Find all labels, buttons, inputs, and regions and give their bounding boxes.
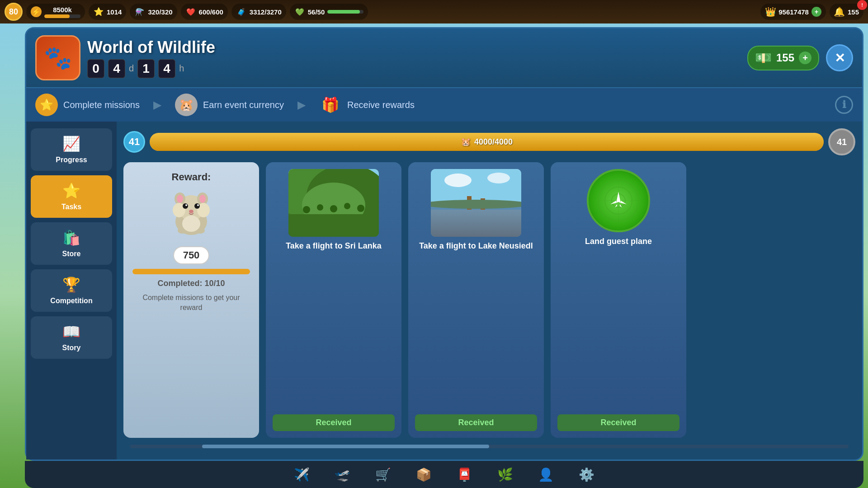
nav-item-nature[interactable]: 🌿 (492, 463, 519, 486)
timer-days-ones: 4 (108, 59, 125, 78)
svg-point-34 (431, 200, 521, 209)
timer-hours-label: h (179, 63, 184, 74)
step-earn-currency: 🐹 Earn event currency (175, 94, 284, 116)
nav-item-profile[interactable]: 👤 (533, 463, 560, 486)
nav-item-settings[interactable]: ⚙️ (573, 463, 600, 486)
resource4-value: 56/50 (308, 8, 325, 16)
coins-display: 👑 95617478 + (760, 4, 826, 20)
lake-illustration (431, 169, 521, 237)
nav-item-cargo[interactable]: 📦 (410, 463, 438, 486)
sidebar-label-competition: Competition (50, 297, 92, 305)
resource1-display: ⚗️ 320/320 (130, 4, 177, 20)
svg-point-4 (177, 195, 183, 203)
header-actions: 💵 155 + ✕ (747, 44, 853, 71)
logo-icon: 🐾 (44, 45, 72, 71)
sri-lanka-illustration (288, 169, 379, 237)
cards-row: Reward: (123, 162, 855, 438)
step2-icon: 🐹 (175, 94, 198, 116)
svg-point-9 (194, 203, 200, 209)
svg-rect-20 (288, 214, 379, 237)
event-title: World of Wildlife (87, 38, 741, 57)
xp-icon: ⚡ (31, 6, 42, 17)
xp-display: ⚡ 8500k (26, 4, 85, 20)
timer-days-label: d (129, 63, 134, 74)
resource3-value: 3312/3270 (250, 8, 282, 16)
currency-amount: 155 (776, 52, 794, 64)
progress-left-value: 41 (129, 136, 140, 148)
sidebar-label-story: Story (62, 344, 81, 352)
sidebar-item-story[interactable]: 📖 Story (31, 316, 112, 359)
sidebar-label-progress: Progress (56, 156, 87, 164)
progress-label-text: 4000/4000 (474, 137, 513, 147)
event-logo: 🐾 (35, 35, 80, 80)
mission-card-sri-lanka: Take a flight to Sri Lanka Received (266, 162, 401, 438)
resource3-icon: 🧳 (236, 6, 247, 17)
close-button[interactable]: ✕ (826, 44, 853, 71)
progress-right-value: 41 (837, 137, 847, 147)
coins-icon: 👑 (765, 6, 776, 17)
mission-status-lake-neusiedl: Received (415, 414, 537, 431)
reward-animal-image (164, 188, 218, 242)
sidebar-item-progress[interactable]: 📈 Progress (31, 128, 112, 171)
mission-card-land-plane: Land guest plane Received (551, 162, 686, 438)
resource2-value: 600/600 (199, 8, 223, 16)
modal-body: 📈 Progress ⭐ Tasks 🛍️ Store 🏆 Competitio… (26, 122, 862, 460)
mission-status-land-plane: Received (557, 414, 679, 431)
resource2-icon: ❤️ (185, 6, 196, 17)
bottom-navigation: ✈️ 🛫 🛒 📦 📮 🌿 👤 ⚙️ (25, 461, 863, 488)
scroll-indicator (130, 445, 849, 448)
progress-bar-label: 🐹 4000/4000 (150, 133, 824, 151)
resource4-display: 💚 56/50 (290, 4, 368, 20)
store-icon: 🛍️ (62, 229, 80, 246)
svg-point-8 (183, 203, 188, 209)
gems-display: 🔔 155 ! (830, 4, 863, 20)
timer-display: 0 4 d 1 4 h (87, 59, 741, 78)
resource1-value: 320/320 (148, 8, 172, 16)
header-title-area: World of Wildlife 0 4 d 1 4 h (87, 38, 741, 78)
nav-item-shop[interactable]: 🛒 (370, 463, 397, 486)
stars-value: 1014 (107, 8, 122, 16)
competition-icon: 🏆 (62, 276, 80, 293)
step2-label: Earn event currency (203, 100, 284, 110)
sidebar-item-tasks[interactable]: ⭐ Tasks (31, 175, 112, 218)
stars-display: ⭐ 1014 (89, 4, 126, 20)
progress-icon: 📈 (62, 135, 80, 152)
step-divider-1: ▶ (153, 99, 161, 111)
sidebar-item-competition[interactable]: 🏆 Competition (31, 269, 112, 312)
level-value: 80 (9, 7, 18, 17)
mission-status-sri-lanka: Received (273, 414, 395, 431)
mission-label-land-plane: Land guest plane (585, 237, 652, 246)
svg-point-21 (303, 206, 310, 213)
reward-amount: 750 (173, 246, 210, 264)
steps-bar: ⭐ Complete missions ▶ 🐹 Earn event curre… (26, 88, 862, 122)
info-button[interactable]: ℹ (835, 96, 853, 114)
currency-icon: 💵 (755, 50, 772, 66)
step-complete-missions: ⭐ Complete missions (35, 94, 140, 116)
svg-point-25 (357, 205, 364, 212)
scroll-thumb[interactable] (202, 445, 490, 448)
progress-left-badge: 41 (123, 131, 145, 153)
sidebar-label-tasks: Tasks (61, 203, 81, 211)
svg-point-10 (185, 204, 187, 206)
step-receive-rewards: 🎁 Receive rewards (319, 94, 415, 116)
coins-value: 95617478 (778, 8, 809, 16)
mission-image-lake-neusiedl (431, 169, 521, 237)
top-hud: 80 ⚡ 8500k ⭐ 1014 ⚗️ 320/320 ❤️ 600/600 … (0, 0, 868, 23)
nav-item-mail[interactable]: 📮 (451, 463, 478, 486)
svg-point-28 (444, 174, 472, 187)
event-modal: 🐾 World of Wildlife 0 4 d 1 4 h 💵 155 + … (25, 27, 863, 461)
svg-point-24 (344, 203, 350, 209)
reward-completed-label: Completed: 10/10 (157, 279, 225, 288)
nav-item-airport[interactable]: 🛫 (329, 463, 356, 486)
main-content: 41 🐹 4000/4000 41 Reward: (117, 122, 862, 460)
sidebar-item-store[interactable]: 🛍️ Store (31, 222, 112, 265)
reward-progress-fill (132, 269, 250, 274)
story-icon: 📖 (62, 323, 80, 340)
nav-item-flights[interactable]: ✈️ (288, 463, 316, 486)
add-currency-button[interactable]: + (799, 52, 811, 64)
svg-point-5 (199, 195, 206, 203)
timer-hours-ones: 4 (158, 59, 175, 78)
svg-point-23 (330, 205, 337, 212)
progress-right-badge: 41 (828, 128, 855, 155)
reward-progress-bar (132, 269, 250, 274)
